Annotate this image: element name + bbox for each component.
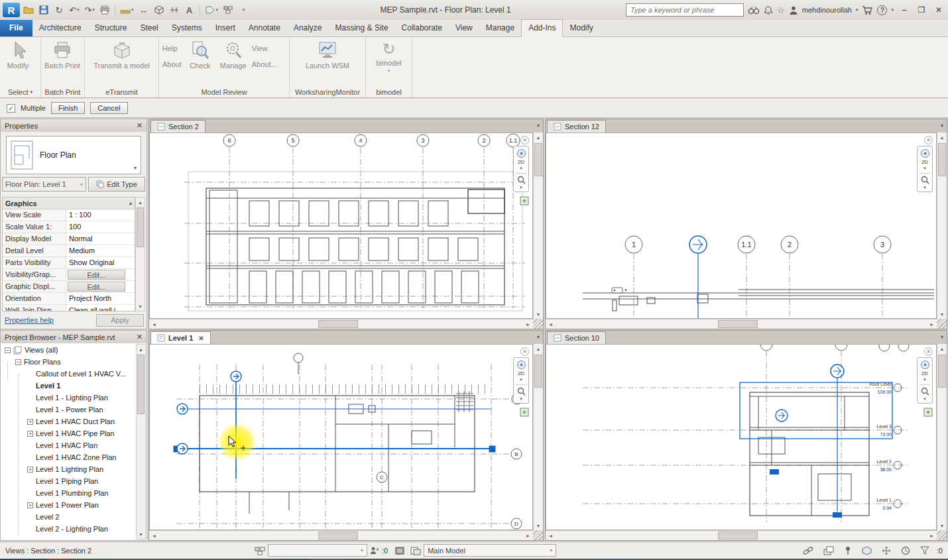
property-row[interactable]: Parts Visibility Show Original [3,257,135,269]
steering-wheel-icon[interactable] [516,360,526,370]
ribbon-tab[interactable]: Architecture [32,20,88,36]
undo-icon[interactable]: ↶▾ [68,3,81,17]
zoom-icon[interactable] [517,176,526,184]
close-button[interactable]: ✕ [932,3,945,17]
navigation-bar[interactable]: ✕ 2D ▾ ▾ [913,136,933,192]
user-menu-chevron-icon[interactable]: ▾ [856,7,859,13]
worksets-toggle-icon[interactable] [221,3,235,17]
notification-icon[interactable] [764,5,773,15]
horizontal-scrollbar[interactable]: ◄ ► [149,319,533,329]
background-processes-icon[interactable] [901,546,910,555]
bimodel-button[interactable]: ↻ bimodel ▾ [375,39,404,74]
tree-item-view[interactable]: + Level 1 HVAC Duct Plan [1,416,136,427]
navbar-close-icon[interactable]: ✕ [520,136,529,144]
tab-list-chevron-icon[interactable]: ▾ [941,123,943,129]
tree-item-view[interactable]: Callout of Level 1 HVAC V... [1,368,136,380]
ribbon-tab[interactable]: Add-Ins [521,19,563,37]
zoom-icon[interactable] [517,387,526,396]
tree-item-view[interactable]: Level 2 [1,511,136,523]
steering-wheel-icon[interactable] [516,148,526,158]
scroll-up-icon[interactable]: ▲ [137,345,145,354]
expand-box-icon[interactable]: + [27,467,33,473]
multiple-checkbox[interactable]: ✓ [7,104,15,113]
tree-item-view[interactable]: Level 1 HVAC Plan [1,439,136,451]
resize-grip[interactable] [533,530,543,540]
expand-box-icon[interactable]: + [27,431,33,437]
ribbon-tab[interactable]: Modify [563,20,599,36]
steering-wheel-icon[interactable] [920,360,930,370]
ribbon-tab[interactable]: Manage [479,20,521,36]
section-icon[interactable] [168,3,181,17]
wheel-chevron-icon[interactable]: ▾ [520,166,522,171]
search-icon[interactable] [748,5,760,15]
property-row[interactable]: Detail Level Medium [3,245,135,257]
tree-item-view[interactable]: Level 1 Plumbing Plan [1,487,136,499]
project-browser-header[interactable]: Project Browser - MEP Sample.rvt ✕ [1,331,147,343]
search-input[interactable] [626,3,744,17]
tab-close-icon[interactable]: ✕ [198,335,204,342]
horizontal-scrollbar[interactable]: ◄ ► [149,530,533,540]
apply-button[interactable]: Apply [96,314,144,327]
horizontal-scrollbar[interactable]: ◄ ► [546,319,937,329]
expand-box-icon[interactable]: + [27,502,33,508]
ribbon-tab[interactable]: Analyze [287,20,329,36]
sync-icon[interactable]: ↻ [52,3,66,17]
vertical-scrollbar[interactable]: ▲ ▼ [937,344,947,530]
account-icon[interactable] [789,5,798,15]
crop-region-icon[interactable] [520,408,529,417]
resize-grip[interactable] [937,319,947,329]
tab-list-chevron-icon[interactable]: ▾ [537,123,540,129]
navigation-bar[interactable]: ✕ 2D ▾ ▾ [509,136,529,205]
maximize-button[interactable]: ❐ [915,3,928,17]
filter-icon[interactable] [920,546,929,555]
print-icon[interactable] [98,3,111,17]
navigation-bar[interactable]: ✕ 2D ▾ ▾ [509,347,529,417]
graphics-section-header[interactable]: Graphics ▴ [3,197,135,209]
properties-close-icon[interactable]: ✕ [137,121,143,130]
aligned-dimension-icon[interactable]: ↔ [137,3,150,17]
collapse-box-icon[interactable]: − [15,359,21,365]
drawing-canvas-section2[interactable]: 6 5 4 3 2 1.1 ✕ 2D ▾ ▾ [149,133,533,319]
help-icon[interactable]: ? [877,5,887,15]
instance-combo[interactable]: Floor Plan: Level 1▾ [2,177,86,192]
3d-view-icon[interactable] [152,3,166,17]
navbar-close-icon[interactable]: ✕ [520,347,529,356]
manage-button[interactable]: Manage [219,39,248,70]
drawing-canvas-level1[interactable]: A B C D ✕ 2D ▾ ▾ [149,344,533,530]
navigation-bar[interactable]: ✕ 2D ▾ ▾ [913,347,933,417]
minimize-button[interactable]: – [898,3,911,17]
ribbon-tab[interactable]: View [449,20,479,36]
navbar-close-icon[interactable]: ✕ [924,347,933,356]
horizontal-scrollbar[interactable]: ◄ ► [546,530,937,540]
crop-region-icon[interactable] [923,408,933,417]
measure-icon[interactable]: ▾ [119,3,135,17]
scroll-up-icon[interactable]: ▲ [136,197,145,207]
vertical-scrollbar[interactable]: ▲ ▼ [533,133,543,319]
property-row[interactable]: Graphic Displ... Edit... [3,281,135,293]
select-links-icon[interactable] [803,546,813,555]
tree-item-floor-plans[interactable]: − Floor Plans [1,356,136,368]
ribbon-tab[interactable]: Systems [165,20,209,36]
worksets-icon[interactable] [255,546,265,555]
drag-on-selection-icon[interactable] [882,546,891,555]
select-by-face-icon[interactable] [862,546,872,555]
tree-item-view[interactable]: Level 1 - Lighting Plan [1,392,136,404]
cancel-button[interactable]: Cancel [90,102,127,114]
finish-button[interactable]: Finish [51,102,85,114]
property-row[interactable]: Display Model Normal [3,233,135,245]
view-tab-level1[interactable]: Level 1 ✕ [150,331,211,344]
view-button[interactable]: View [252,44,277,52]
properties-header[interactable]: Properties ✕ [1,119,147,132]
worksharing-display-icon[interactable] [394,546,405,555]
tab-list-chevron-icon[interactable]: ▾ [537,334,540,340]
project-browser-scrollbar[interactable]: ▲ ▼ [136,344,146,539]
tree-item-view[interactable]: + Level 1 HVAC Pipe Plan [1,427,136,439]
edit-type-button[interactable]: Edit Type [88,177,145,192]
ribbon-tab[interactable]: Annotate [242,20,287,36]
resize-grip[interactable] [533,319,543,329]
select-pinned-icon[interactable] [844,546,852,555]
tree-item-view[interactable]: Level 1 [1,380,136,392]
signed-in-user[interactable]: mehdinourollah [802,6,852,14]
save-icon[interactable] [37,3,50,17]
tree-item-view[interactable]: Level 2 - Lighting Plan [1,523,136,535]
